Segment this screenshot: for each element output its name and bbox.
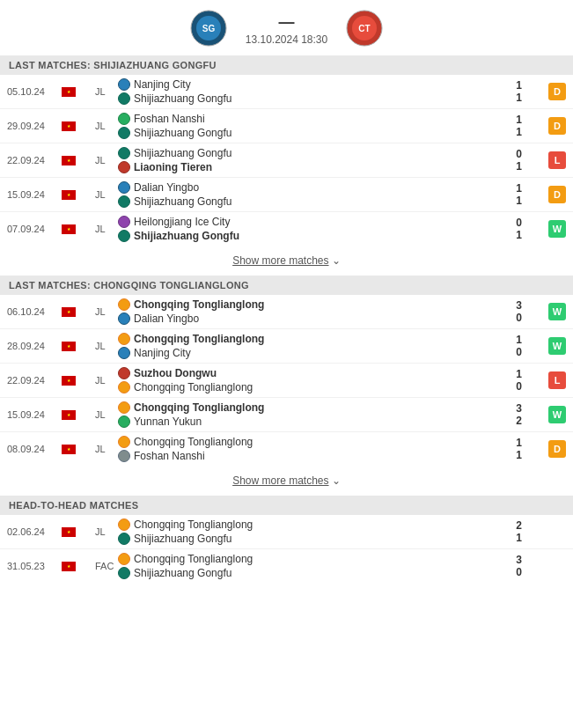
team-icon xyxy=(118,553,130,565)
match-teams: Chongqing Tonglianglong Yunnan Yukun xyxy=(114,401,504,429)
team-name: Shijiazhuang Gongfu xyxy=(134,147,231,159)
china-flag-icon xyxy=(62,87,76,97)
match-league: JL xyxy=(95,189,114,200)
team-icon xyxy=(118,216,130,228)
match-flag xyxy=(62,376,95,386)
table-row: 07.09.24 JL Heilongjiang Ice City Shijia… xyxy=(0,212,573,246)
china-flag-icon xyxy=(62,156,76,165)
china-flag-icon xyxy=(62,410,76,420)
team-name: Foshan Nanshi xyxy=(134,113,205,125)
china-flag-icon xyxy=(62,562,76,571)
match-date: 07.09.24 xyxy=(7,224,62,234)
china-flag-icon xyxy=(62,224,76,234)
team-icon xyxy=(118,298,130,311)
team-name: Foshan Nanshi xyxy=(134,450,205,462)
score-bottom: 0 xyxy=(504,346,522,358)
team-icon xyxy=(118,415,130,428)
match-teams: Chongqing Tonglianglong Dalian Yingbo xyxy=(114,298,504,326)
match-teams: Heilongjiang Ice City Shijiazhuang Gongf… xyxy=(114,215,504,243)
team-name: Chongqing Tonglianglong xyxy=(134,381,253,393)
team-name: Suzhou Dongwu xyxy=(134,367,217,379)
match-teams: Dalian Yingbo Shijiazhuang Gongfu xyxy=(114,180,504,209)
match-flag xyxy=(62,410,95,420)
team-name: Nanjing City xyxy=(134,347,191,359)
team-icon xyxy=(118,181,130,194)
match-league: JL xyxy=(95,409,114,420)
score-top: 1 xyxy=(504,79,522,92)
match-date: 28.09.24 xyxy=(7,341,62,351)
match-league: JL xyxy=(95,341,114,351)
china-flag-icon xyxy=(62,527,76,537)
match-league: JL xyxy=(95,121,114,131)
chongqing-matches: 06.10.24 JL Chongqing Tonglianglong Dali… xyxy=(0,295,573,466)
team-name: Shijiazhuang Gongfu xyxy=(134,230,239,242)
match-league: JL xyxy=(95,375,114,386)
match-date: 31.05.23 xyxy=(7,561,62,571)
team-icon xyxy=(118,567,130,579)
score-top: 3 xyxy=(504,299,522,312)
table-row: 15.09.24 JL Chongqing Tonglianglong Yunn… xyxy=(0,398,573,432)
table-row: 08.09.24 JL Chongqing Tonglianglong Fosh… xyxy=(0,432,573,466)
team-name: Chongqing Tonglianglong xyxy=(134,436,253,448)
score-top: 2 xyxy=(504,519,522,532)
result-badge: W xyxy=(548,220,566,238)
score-bottom: 1 xyxy=(504,160,522,173)
score-top: 1 xyxy=(504,368,522,380)
score-bottom: 2 xyxy=(504,415,522,427)
score-top: 1 xyxy=(504,437,522,449)
table-row: 22.09.24 JL Suzhou Dongwu Chongqing Tong… xyxy=(0,364,573,398)
score-bottom: 1 xyxy=(504,449,522,461)
match-league: JL xyxy=(95,526,114,537)
match-league: JL xyxy=(95,444,114,454)
china-flag-icon xyxy=(62,445,76,454)
result-badge: D xyxy=(548,186,566,203)
match-teams: Chongqing Tonglianglong Foshan Nanshi xyxy=(114,435,504,463)
score-bottom: 1 xyxy=(504,532,522,544)
result-badge: L xyxy=(548,371,566,389)
match-flag xyxy=(62,190,95,200)
team-icon xyxy=(118,92,130,105)
match-teams: Foshan Nanshi Shijiazhuang Gongfu xyxy=(114,112,504,140)
section-chongqing-header: LAST MATCHES: CHONGQING TONGLIANGLONG xyxy=(0,276,573,295)
match-header: SG — 13.10.2024 18:30 CT xyxy=(0,0,573,55)
show-more-chongqing[interactable]: Show more matches ⌄ xyxy=(0,466,573,496)
score-bottom: 1 xyxy=(504,92,522,104)
china-flag-icon xyxy=(62,121,76,131)
china-flag-icon xyxy=(62,376,76,386)
show-more-shijiazhuang[interactable]: Show more matches ⌄ xyxy=(0,246,573,276)
table-row: 05.10.24 JL Nanjing City Shijiazhuang Go… xyxy=(0,75,573,109)
team-name: Shijiazhuang Gongfu xyxy=(134,127,231,139)
score-bottom: 0 xyxy=(504,380,522,393)
team-name: Yunnan Yukun xyxy=(134,415,202,428)
team-icon xyxy=(118,436,130,448)
match-teams: Nanjing City Shijiazhuang Gongfu xyxy=(114,77,504,106)
match-date: 13.10.2024 18:30 xyxy=(246,33,327,46)
match-teams: Chongqing Tonglianglong Shijiazhuang Gon… xyxy=(114,518,504,546)
match-teams: Chongqing Tonglianglong Shijiazhuang Gon… xyxy=(114,552,504,580)
team-icon xyxy=(118,347,130,359)
match-flag xyxy=(62,121,95,131)
table-row: 31.05.23 FAC Chongqing Tonglianglong Shi… xyxy=(0,549,573,583)
match-date: 08.09.24 xyxy=(7,444,62,454)
table-row: 22.09.24 JL Shijiazhuang Gongfu Liaoning… xyxy=(0,143,573,178)
team-name: Shijiazhuang Gongfu xyxy=(134,567,231,579)
china-flag-icon xyxy=(62,307,76,317)
match-flag xyxy=(62,224,95,234)
team-icon xyxy=(118,381,130,393)
match-flag xyxy=(62,87,95,97)
match-flag xyxy=(62,342,95,351)
match-teams: Suzhou Dongwu Chongqing Tonglianglong xyxy=(114,366,504,394)
match-teams: Chongqing Tonglianglong Nanjing City xyxy=(114,332,504,360)
score-top: 3 xyxy=(504,402,522,415)
team-icon xyxy=(118,313,130,325)
team-name: Shijiazhuang Gongfu xyxy=(134,195,231,208)
china-flag-icon xyxy=(62,190,76,200)
result-badge: W xyxy=(548,406,566,423)
h2h-matches: 02.06.24 JL Chongqing Tonglianglong Shij… xyxy=(0,515,573,583)
shijiazhuang-matches: 05.10.24 JL Nanjing City Shijiazhuang Go… xyxy=(0,75,573,246)
team-icon xyxy=(118,113,130,125)
team-name: Nanjing City xyxy=(134,78,191,91)
match-league: FAC xyxy=(95,561,114,571)
score-bottom: 0 xyxy=(504,312,522,324)
section-shijiazhuang-header: LAST MATCHES: SHIJIAZHUANG GONGFU xyxy=(0,55,573,75)
